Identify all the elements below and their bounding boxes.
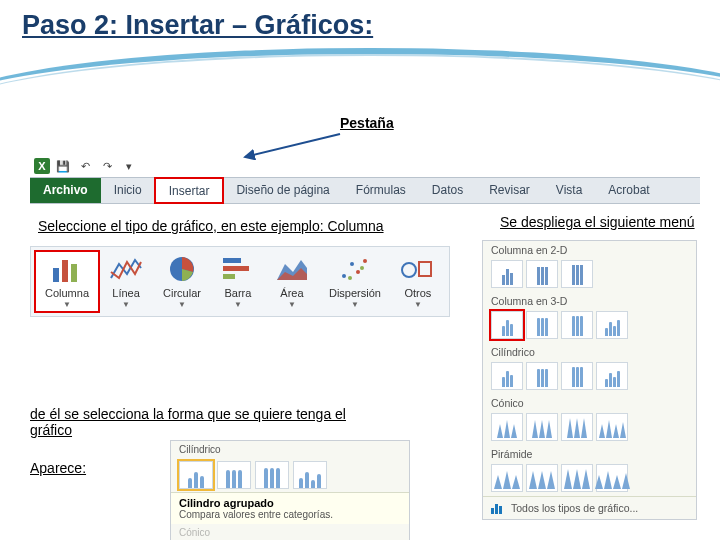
tab-page-layout[interactable]: Diseño de página: [223, 178, 342, 203]
subtype-pyr-clustered[interactable]: [491, 464, 523, 492]
svg-point-11: [350, 262, 354, 266]
menu-category-3d: Columna en 3-D: [483, 292, 696, 309]
subtype-cone-100[interactable]: [561, 413, 593, 441]
subtype-cylinder-clustered[interactable]: [179, 461, 213, 489]
instruction-select-chart-type: Seleccione el tipo de gráfico, en este e…: [38, 218, 384, 234]
chart-type-label: Circular: [163, 287, 201, 299]
svg-line-0: [245, 134, 340, 157]
scatter-chart-icon: [338, 254, 372, 284]
subtype-cyl-100[interactable]: [561, 362, 593, 390]
chart-subtype-tooltip: Cilíndrico Cilindro agrupado Compara val…: [170, 440, 410, 540]
tab-insert[interactable]: Insertar: [155, 178, 224, 203]
menu-all-chart-types[interactable]: Todos los tipos de gráfico...: [483, 496, 696, 519]
ribbon-tabs: Archivo Inicio Insertar Diseño de página…: [30, 177, 700, 204]
subtype-pyr-3d[interactable]: [596, 464, 628, 492]
chart-type-label: Otros: [404, 287, 431, 299]
chart-type-area[interactable]: Área ▼: [265, 251, 319, 312]
subtype-cyl-3d[interactable]: [596, 362, 628, 390]
tab-data[interactable]: Datos: [419, 178, 476, 203]
chevron-down-icon: ▼: [351, 300, 359, 309]
svg-rect-17: [419, 262, 431, 276]
chart-type-column[interactable]: Columna ▼: [35, 251, 99, 312]
instruction-select-shape: de él se selecciona la forma que se quie…: [30, 406, 360, 438]
decorative-swoosh: [0, 48, 720, 108]
subtype-cone-clustered[interactable]: [491, 413, 523, 441]
tooltip-body: Cilindro agrupado Compara valores entre …: [171, 492, 409, 524]
chart-type-label: Área: [280, 287, 303, 299]
menu-category-pyramid: Pirámide: [483, 445, 696, 462]
svg-point-15: [360, 266, 364, 270]
excel-app-icon: X: [34, 158, 50, 174]
chart-type-pie[interactable]: Circular ▼: [153, 251, 211, 312]
qat-dropdown-icon[interactable]: ▾: [120, 157, 138, 175]
pie-chart-icon: [165, 254, 199, 284]
save-icon[interactable]: 💾: [54, 157, 72, 175]
subtype-2d-100[interactable]: [561, 260, 593, 288]
column-subtype-menu: Columna en 2-D Columna en 3-D Cilíndrico…: [482, 240, 697, 520]
instruction-menu-expands: Se despliega el siguiente menú: [500, 214, 695, 230]
chevron-down-icon: ▼: [414, 300, 422, 309]
chevron-down-icon: ▼: [288, 300, 296, 309]
chart-type-bar[interactable]: Barra ▼: [211, 251, 265, 312]
tab-view[interactable]: Vista: [543, 178, 595, 203]
page-title: Paso 2: Insertar – Gráficos:: [22, 10, 373, 41]
subtype-cyl-stacked[interactable]: [526, 362, 558, 390]
tab-file[interactable]: Archivo: [30, 178, 101, 203]
tooltip-thumbnail-row: [171, 458, 409, 492]
column-chart-icon: [50, 254, 84, 284]
menu-category-cylinder: Cilíndrico: [483, 343, 696, 360]
tab-home[interactable]: Inicio: [101, 178, 155, 203]
redo-icon[interactable]: ↷: [98, 157, 116, 175]
subtype-cylinder-3d[interactable]: [293, 461, 327, 489]
line-chart-icon: [109, 254, 143, 284]
area-chart-icon: [275, 254, 309, 284]
chart-type-other[interactable]: Otros ▼: [391, 251, 445, 312]
subtype-cyl-clustered[interactable]: [491, 362, 523, 390]
subtype-cylinder-stacked[interactable]: [217, 461, 251, 489]
chart-type-label: Línea: [112, 287, 140, 299]
subtype-pyr-100[interactable]: [561, 464, 593, 492]
chevron-down-icon: ▼: [178, 300, 186, 309]
other-chart-icon: [401, 254, 435, 284]
chevron-down-icon: ▼: [63, 300, 71, 309]
subtype-3d-clustered[interactable]: [491, 311, 523, 339]
svg-rect-3: [71, 264, 77, 282]
subtype-2d-stacked[interactable]: [526, 260, 558, 288]
tab-acrobat[interactable]: Acrobat: [595, 178, 662, 203]
svg-rect-1: [53, 268, 59, 282]
subtype-2d-clustered[interactable]: [491, 260, 523, 288]
menu-category-2d: Columna en 2-D: [483, 241, 696, 258]
menu-all-types-label: Todos los tipos de gráfico...: [511, 502, 638, 514]
subtype-cone-3d[interactable]: [596, 413, 628, 441]
subtype-3d-100[interactable]: [561, 311, 593, 339]
tooltip-category: Cilíndrico: [171, 441, 409, 458]
subtype-cone-stacked[interactable]: [526, 413, 558, 441]
bar-chart-icon: [221, 254, 255, 284]
svg-point-14: [348, 276, 352, 280]
svg-rect-5: [223, 258, 241, 263]
all-types-icon: [491, 502, 505, 514]
subtype-3d-column[interactable]: [596, 311, 628, 339]
tab-pointer-label: Pestaña: [340, 115, 394, 131]
undo-icon[interactable]: ↶: [76, 157, 94, 175]
chart-type-scatter[interactable]: Dispersión ▼: [319, 251, 391, 312]
excel-ribbon: X 💾 ↶ ↷ ▾ Archivo Inicio Insertar Diseño…: [30, 155, 700, 204]
subtype-pyr-stacked[interactable]: [526, 464, 558, 492]
subtype-cylinder-100[interactable]: [255, 461, 289, 489]
svg-point-10: [342, 274, 346, 278]
chart-type-label: Columna: [45, 287, 89, 299]
instruction-appears: Aparece:: [30, 460, 86, 476]
svg-rect-7: [223, 274, 235, 279]
tab-formulas[interactable]: Fórmulas: [343, 178, 419, 203]
tooltip-description: Compara valores entre categorías.: [179, 509, 401, 520]
svg-rect-6: [223, 266, 249, 271]
charts-ribbon-group: Columna ▼ Línea ▼ Circular ▼ Barra ▼: [30, 246, 450, 317]
chart-type-label: Barra: [224, 287, 251, 299]
svg-point-13: [363, 259, 367, 263]
svg-point-16: [402, 263, 416, 277]
tooltip-next-category: Cónico: [171, 524, 409, 540]
svg-point-12: [356, 270, 360, 274]
subtype-3d-stacked[interactable]: [526, 311, 558, 339]
chart-type-line[interactable]: Línea ▼: [99, 251, 153, 312]
tab-review[interactable]: Revisar: [476, 178, 543, 203]
